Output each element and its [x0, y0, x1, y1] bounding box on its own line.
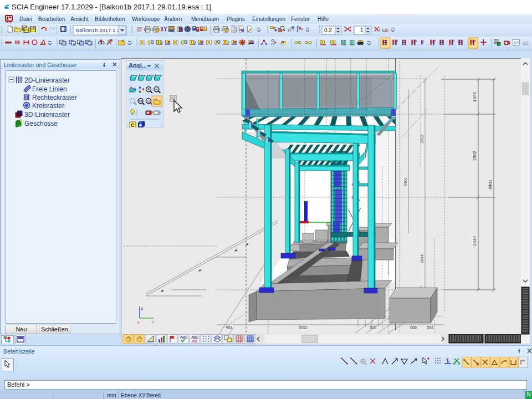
svg-text:6401: 6401 — [403, 177, 407, 186]
svg-text:?: ? — [301, 27, 303, 32]
svg-text:5052: 5052 — [299, 325, 308, 329]
svg-text:656: 656 — [410, 325, 417, 329]
svg-text:R: R — [147, 99, 150, 103]
svg-text:1:10: 1:10 — [382, 28, 388, 32]
svg-text:07: 07 — [523, 40, 528, 45]
svg-text:x: x — [137, 320, 140, 324]
svg-text:Ansi...: Ansi... — [129, 62, 147, 69]
svg-text:0.2: 0.2 — [324, 27, 332, 33]
svg-text:67: 67 — [514, 40, 519, 45]
svg-text:6401: 6401 — [488, 180, 493, 190]
svg-text:Y: Y — [151, 320, 155, 325]
svg-text:C: C — [131, 122, 135, 127]
svg-text:2502: 2502 — [420, 135, 424, 144]
svg-text:610: 610 — [370, 325, 376, 329]
svg-text:z: z — [141, 306, 143, 311]
svg-text:2844: 2844 — [472, 236, 477, 246]
svg-text:2502: 2502 — [472, 151, 477, 161]
svg-text:483: 483 — [226, 325, 232, 329]
svg-text:2844: 2844 — [420, 254, 424, 263]
svg-text:?: ? — [292, 28, 294, 32]
svg-text:ABC: ABC — [180, 335, 188, 339]
svg-text:1: 1 — [360, 27, 364, 33]
svg-text:ABC: ABC — [191, 335, 199, 339]
svg-text:Balkon1b 2017.1 2: Balkon1b 2017.1 2 — [76, 27, 120, 33]
svg-text:1055: 1055 — [472, 92, 477, 102]
svg-text:502: 502 — [427, 325, 433, 329]
svg-text:cm: cm — [137, 29, 141, 32]
